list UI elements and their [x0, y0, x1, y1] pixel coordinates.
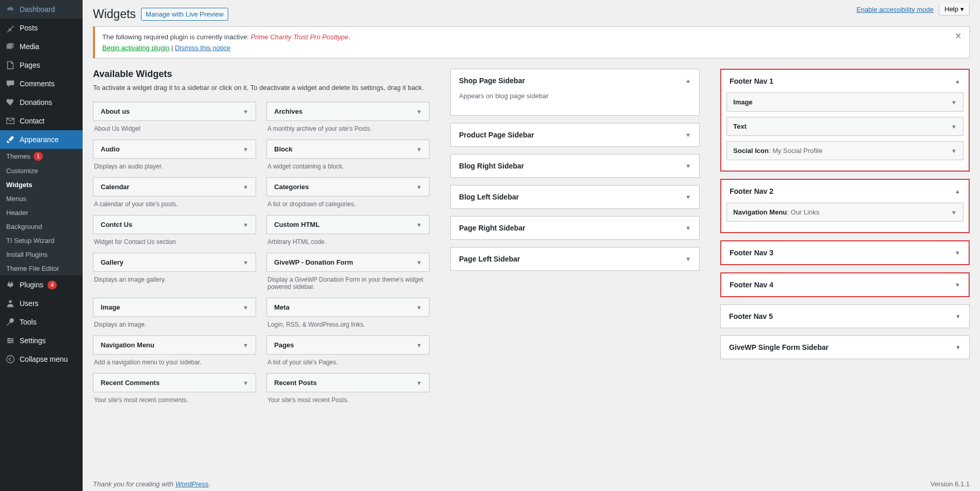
widget-area-header[interactable]: Blog Left Sidebar▼	[451, 186, 699, 208]
sidebar-item-label: Users	[20, 299, 39, 308]
sidebar-sub-customize[interactable]: Customize	[0, 164, 83, 178]
wordpress-link[interactable]: WordPress	[176, 480, 209, 488]
available-widget-custom-html[interactable]: Custom HTML▼	[266, 215, 430, 234]
chevron-down-icon: ▼	[685, 132, 691, 138]
widget-area-header[interactable]: Shop Page Sidebar▲	[451, 69, 699, 92]
user-icon	[5, 298, 15, 309]
sidebar-item-dashboard[interactable]: Dashboard	[0, 0, 83, 19]
sidebar-item-contact[interactable]: Contact	[0, 112, 83, 130]
available-widget-about-us[interactable]: About us▼	[93, 102, 256, 121]
page-icon	[5, 60, 15, 70]
sidebar-sub-themes[interactable]: Themes1	[0, 149, 83, 164]
sidebar-sub-widgets[interactable]: Widgets	[0, 178, 83, 192]
widget-area-header[interactable]: Footer Nav 3▼	[721, 241, 969, 264]
chevron-down-icon: ▼	[955, 313, 961, 319]
available-widget-navigation-menu[interactable]: Navigation Menu▼	[93, 335, 256, 355]
sidebar-item-users[interactable]: Users	[0, 294, 83, 313]
chevron-down-icon: ▼	[243, 109, 248, 115]
help-button[interactable]: Help ▾	[939, 3, 970, 16]
widget-area-header[interactable]: Page Left Sidebar▼	[451, 248, 699, 270]
placed-widget-social-icon[interactable]: Social Icon: My Social Profile▼	[726, 141, 963, 160]
chevron-up-icon: ▲	[955, 78, 960, 84]
widget-area-desc: Appears on blog page sidebar	[451, 92, 699, 115]
widget-desc: Add a navigation menu to your sidebar.	[93, 355, 256, 366]
sidebar-item-collapse-menu[interactable]: Collapse menu	[0, 350, 83, 369]
widget-desc: Login, RSS, & WordPress.org links.	[266, 317, 430, 328]
close-icon[interactable]: ✕	[955, 31, 965, 41]
sidebar-sub-header[interactable]: Header	[0, 206, 83, 220]
widget-area-header[interactable]: GiveWP Single Form Sidebar▼	[721, 336, 969, 359]
sidebar-sub-background[interactable]: Background	[0, 220, 83, 234]
chevron-down-icon: ▼	[416, 380, 422, 386]
manage-live-preview-button[interactable]: Manage with Live Preview	[141, 8, 228, 21]
available-widget-pages[interactable]: Pages▼	[266, 335, 430, 355]
widget-area-header[interactable]: Footer Nav 2▲	[721, 180, 969, 203]
sidebar-sub-install-plugins[interactable]: Install Plugins	[0, 248, 83, 262]
tool-icon	[5, 317, 15, 327]
available-widget-givewp-donation-form[interactable]: GiveWP - Donation Form▼	[266, 253, 430, 272]
chevron-down-icon: ▼	[416, 109, 422, 115]
available-widget-audio[interactable]: Audio▼	[93, 140, 256, 159]
widget-desc: Displays an image.	[93, 317, 256, 328]
sidebar-item-donations[interactable]: Donations	[0, 93, 83, 112]
widget-desc: Arbitrary HTML code.	[266, 234, 430, 246]
placed-widget-text[interactable]: Text▼	[726, 117, 963, 136]
sidebar-sub-ti-setup-wizard[interactable]: TI Setup Wizard	[0, 234, 83, 248]
widget-area-header[interactable]: Footer Nav 4▼	[721, 273, 969, 296]
placed-widget-navigation-menu[interactable]: Navigation Menu: Our Links▼	[726, 203, 963, 222]
available-widget-recent-posts[interactable]: Recent Posts▼	[266, 373, 430, 392]
available-widget-categories[interactable]: Categories▼	[266, 177, 430, 196]
available-widget-gallery[interactable]: Gallery▼	[93, 253, 256, 272]
chevron-down-icon: ▼	[416, 184, 422, 190]
media-icon	[5, 41, 15, 52]
sidebar-item-plugins[interactable]: Plugins4	[0, 275, 83, 294]
sidebar-sub-menus[interactable]: Menus	[0, 192, 83, 206]
collapse-icon	[5, 354, 15, 364]
placed-widget-image[interactable]: Image▼	[726, 93, 963, 112]
chevron-down-icon: ▼	[243, 222, 248, 228]
comment-icon	[5, 79, 15, 89]
sidebar-item-label: Appearance	[20, 135, 59, 144]
available-widget-meta[interactable]: Meta▼	[266, 298, 430, 317]
sidebar-item-appearance[interactable]: Appearance	[0, 130, 83, 149]
available-widget-archives[interactable]: Archives▼	[266, 102, 430, 121]
sidebar-item-tools[interactable]: Tools	[0, 313, 83, 331]
chevron-down-icon: ▼	[416, 222, 422, 228]
chevron-down-icon: ▼	[243, 259, 248, 266]
widget-area-footer-nav-5: Footer Nav 5▼	[720, 304, 970, 328]
widget-desc: A widget containing a block.	[266, 159, 430, 170]
available-widget-recent-comments[interactable]: Recent Comments▼	[93, 373, 256, 392]
sidebar-item-media[interactable]: Media	[0, 37, 83, 56]
widget-desc: A list or dropdown of categories.	[266, 196, 430, 208]
widget-area-header[interactable]: Blog Right Sidebar▼	[451, 155, 699, 177]
enable-accessibility-link[interactable]: Enable accessibility mode	[857, 6, 934, 13]
available-widget-calendar[interactable]: Calendar▼	[93, 177, 256, 196]
sidebar-item-label: Donations	[20, 98, 52, 106]
available-widget-block[interactable]: Block▼	[266, 140, 430, 159]
available-widget-contct-us[interactable]: Contct Us▼	[93, 215, 256, 234]
plugin-name: Prime Charity Trust Pro Posttype	[251, 33, 349, 41]
sidebar-item-label: Plugins	[20, 281, 43, 289]
widget-area-header[interactable]: Page Right Sidebar▼	[451, 217, 699, 239]
chevron-down-icon: ▼	[416, 259, 422, 266]
widget-area-footer-nav-3: Footer Nav 3▼	[720, 240, 970, 265]
sidebar-item-posts[interactable]: Posts	[0, 19, 83, 37]
chevron-down-icon: ▼	[951, 99, 957, 105]
sidebar-item-pages[interactable]: Pages	[0, 56, 83, 74]
sidebar-item-settings[interactable]: Settings	[0, 331, 83, 350]
plugin-notice: ✕ The following required plugin is curre…	[93, 26, 970, 58]
widget-area-header[interactable]: Footer Nav 1▲	[721, 70, 969, 93]
sidebar-item-comments[interactable]: Comments	[0, 74, 83, 93]
widget-area-header[interactable]: Product Page Sidebar▼	[451, 124, 699, 146]
sidebar-sub-theme-file-editor[interactable]: Theme File Editor	[0, 262, 83, 275]
begin-activating-link[interactable]: Begin activating plugin	[102, 44, 169, 52]
dashboard-icon	[5, 4, 15, 14]
chevron-down-icon: ▼	[955, 282, 960, 288]
dismiss-notice-link[interactable]: Dismiss this notice	[175, 44, 231, 52]
available-widget-image[interactable]: Image▼	[93, 298, 256, 317]
sidebar-item-label: Comments	[20, 80, 55, 88]
widget-area-givewp-single-form-sidebar: GiveWP Single Form Sidebar▼	[720, 335, 970, 359]
widget-area-footer-nav-4: Footer Nav 4▼	[720, 272, 970, 297]
widget-area-header[interactable]: Footer Nav 5▼	[721, 305, 969, 328]
plugin-icon	[5, 280, 15, 290]
